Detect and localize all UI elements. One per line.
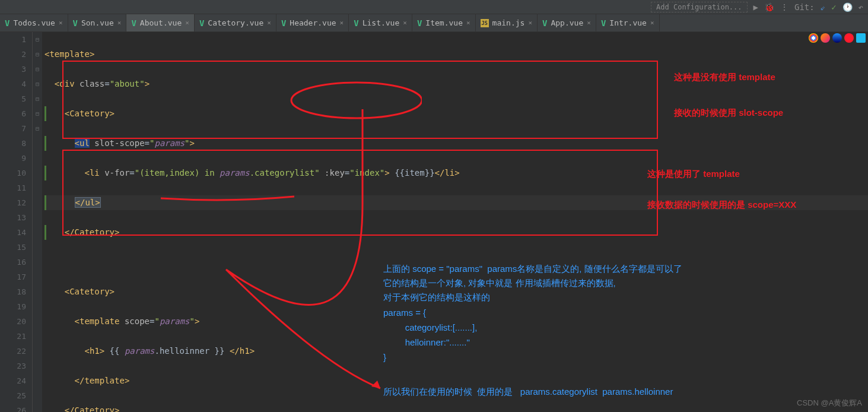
annotation-text: 对于本例它的结构是这样的 bbox=[383, 291, 490, 304]
tab-label: Son.vue bbox=[81, 18, 114, 27]
close-icon[interactable]: × bbox=[587, 19, 591, 27]
annotation-text: 上面的 scope = "params" params名称是自定义的, 随便什么… bbox=[383, 262, 682, 275]
close-icon[interactable]: × bbox=[466, 19, 470, 27]
close-icon[interactable]: × bbox=[528, 19, 532, 27]
js-icon: JS bbox=[481, 19, 489, 27]
annotation-text: 接收的时候使用 slot-scope bbox=[674, 106, 783, 119]
tab-label: Catetory.vue bbox=[208, 18, 263, 27]
tab-label: Item.vue bbox=[425, 18, 463, 27]
code-line: </Catetory> bbox=[44, 225, 868, 240]
tab-todos[interactable]: VTodos.vue× bbox=[0, 14, 68, 31]
browser-icons bbox=[809, 33, 866, 43]
annotation-text: categorylist:[.......], bbox=[395, 321, 477, 334]
tab-label: Header.vue bbox=[290, 18, 336, 27]
close-icon[interactable]: × bbox=[403, 19, 407, 27]
editor-tabs: VTodos.vue× VSon.vue× VAbout.vue× VCatet… bbox=[0, 14, 868, 32]
tab-label: main.js bbox=[492, 18, 525, 27]
git-history-icon[interactable]: 🕐 bbox=[842, 2, 853, 12]
tab-intr[interactable]: VIntr.vue× bbox=[596, 14, 660, 31]
tab-item[interactable]: VItem.vue× bbox=[412, 14, 476, 31]
vue-icon: V bbox=[73, 18, 78, 28]
close-icon[interactable]: × bbox=[650, 19, 654, 27]
tab-list[interactable]: VList.vue× bbox=[349, 14, 412, 31]
firefox-icon[interactable] bbox=[821, 33, 830, 43]
annotation-text: 它的结构是一个对象, 对象中就是 作用域插槽传过来的数据, bbox=[383, 277, 616, 290]
safari-icon[interactable] bbox=[832, 33, 842, 43]
annotation-text: 接收数据的时候使用的是 scope=XXX bbox=[647, 198, 825, 211]
close-icon[interactable]: × bbox=[185, 19, 189, 27]
annotation-box-2 bbox=[62, 150, 658, 236]
fold-column: ⊟⊟⊟⊟⊟⊟⊟ bbox=[33, 32, 42, 412]
vue-icon: V bbox=[281, 18, 286, 28]
watermark: CSDN @A黄俊辉A bbox=[797, 398, 862, 408]
git-update-icon[interactable]: ⇙ bbox=[821, 2, 825, 12]
add-configuration-button[interactable]: Add Configuration... bbox=[651, 2, 748, 12]
code-line: <template> bbox=[44, 47, 868, 62]
code-area[interactable]: <template> <div class="about"> <Catetory… bbox=[42, 32, 868, 412]
opera-icon[interactable] bbox=[844, 33, 854, 43]
vue-icon: V bbox=[131, 18, 136, 28]
annotation-text: } bbox=[383, 351, 386, 364]
ie-icon[interactable] bbox=[856, 33, 866, 43]
vue-icon: V bbox=[199, 18, 204, 28]
more-icon[interactable]: ⋮ bbox=[780, 2, 788, 12]
tab-app[interactable]: VApp.vue× bbox=[538, 14, 596, 31]
run-icon[interactable]: ▶ bbox=[753, 2, 758, 12]
vue-icon: V bbox=[5, 18, 9, 28]
close-icon[interactable]: × bbox=[59, 19, 63, 27]
tab-label: List.vue bbox=[363, 18, 400, 27]
tab-label: About.vue bbox=[140, 18, 182, 27]
vue-icon: V bbox=[417, 18, 422, 28]
annotation-text: 所以我们在使用的时候 使用的是 params.categorylist para… bbox=[383, 385, 673, 398]
annotation-text: params = { bbox=[383, 306, 426, 319]
close-icon[interactable]: × bbox=[267, 19, 271, 27]
main-toolbar: Add Configuration... ▶ 🐞 ⋮ Git: ⇙ ✓ 🕐 ↶ bbox=[0, 0, 868, 14]
git-commit-icon[interactable]: ✓ bbox=[831, 2, 836, 12]
tab-catetory[interactable]: VCatetory.vue× bbox=[195, 14, 276, 31]
annotation-text: 这种是没有使用 template bbox=[674, 71, 775, 84]
close-icon[interactable]: × bbox=[117, 19, 122, 27]
debug-icon[interactable]: 🐞 bbox=[764, 2, 774, 12]
code-line: <ul slot-scope="params"> bbox=[44, 136, 868, 151]
tab-son[interactable]: VSon.vue× bbox=[68, 14, 127, 31]
tab-about[interactable]: VAbout.vue× bbox=[126, 14, 195, 31]
tab-header[interactable]: VHeader.vue× bbox=[276, 14, 349, 31]
git-label: Git: bbox=[794, 2, 815, 12]
code-line: </Catetory> bbox=[44, 403, 868, 412]
tab-label: App.vue bbox=[551, 18, 583, 27]
close-icon[interactable]: × bbox=[340, 19, 344, 27]
tab-mainjs[interactable]: JSmain.js× bbox=[476, 14, 538, 31]
git-revert-icon[interactable]: ↶ bbox=[859, 2, 863, 12]
annotation-box-1 bbox=[62, 61, 658, 139]
annotation-text: helloinner:"......." bbox=[395, 336, 470, 349]
chrome-icon[interactable] bbox=[809, 33, 818, 43]
tab-label: Intr.vue bbox=[609, 18, 647, 27]
line-gutter: 1234567891011121314151617181920212223242… bbox=[0, 32, 33, 412]
vue-icon: V bbox=[354, 18, 358, 28]
tab-label: Todos.vue bbox=[13, 18, 55, 27]
vue-icon: V bbox=[601, 18, 606, 28]
code-editor[interactable]: 1234567891011121314151617181920212223242… bbox=[0, 32, 868, 412]
annotation-text: 这种是使用了 template bbox=[647, 167, 740, 180]
code-line: <li v-for="(item,index) in params.catego… bbox=[44, 166, 868, 180]
vue-icon: V bbox=[542, 18, 547, 28]
